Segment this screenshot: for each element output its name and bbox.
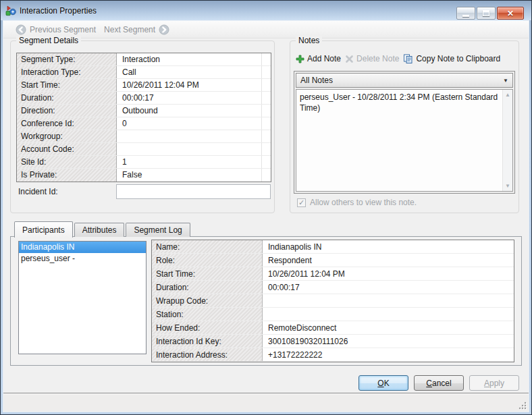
segment-detail-row: Direction: Outbound [17,105,271,117]
participant-detail-label: Wrapup Code: [152,294,263,307]
add-note-label: Add Note [307,54,341,63]
allow-others-checkbox[interactable]: ✓ [297,198,306,207]
copy-icon [403,54,413,63]
dropdown-arrow-icon: ▼ [503,78,508,84]
next-segment-button[interactable]: Next Segment [104,24,169,35]
copy-note-button[interactable]: Copy Note to Clipboard [403,54,500,63]
segment-navigation-toolbar: Previous Segment Next Segment [3,21,529,38]
participants-list: Indianapolis IN perseus_user - [18,241,147,354]
segment-detail-spacer [261,66,271,78]
participant-detail-row: Name: Indianapolis IN [152,240,514,254]
ok-label: OK [377,379,389,388]
segment-detail-row: Site Id: 1 [17,156,271,169]
participant-detail-label: Interaction Address: [152,348,263,361]
resize-grip[interactable] [518,402,527,410]
maximize-button[interactable] [477,7,496,20]
next-arrow-icon [159,24,169,35]
caption-buttons: ✕ [456,7,524,20]
participant-detail-value: RemoteDisconnect [263,321,514,334]
note-scrollbar[interactable]: ▲ ▼ [502,90,512,191]
segment-details-title: Segment Details [16,36,81,45]
allow-others-row: ✓ Allow others to view this note. [297,198,417,207]
dialog-client-area: Previous Segment Next Segment Segment De… [3,21,529,412]
next-segment-label: Next Segment [104,25,155,34]
segment-detail-label: Account Code: [17,143,117,155]
maximize-icon [483,10,489,16]
segment-detail-label: Direction: [17,105,117,117]
participant-detail-row: Station: [152,308,514,321]
participant-detail-row: Wrapup Code: [152,294,514,308]
segment-detail-spacer [261,53,271,65]
segment-detail-value: 10/26/2011 12:04 PM [117,79,261,91]
participant-detail-value: Indianapolis IN [263,240,514,253]
segment-detail-label: Site Id: [17,156,117,168]
segment-detail-row: Segment Type: Interaction [17,53,271,66]
segment-detail-spacer [261,79,271,91]
segment-detail-value: 0 [117,117,261,130]
minimize-button[interactable] [456,7,475,20]
participant-detail-label: Station: [152,308,263,321]
apply-label: Apply [484,379,504,388]
scroll-down-icon[interactable]: ▼ [503,181,512,191]
cancel-label: Cancel [426,379,451,388]
segment-detail-value: 1 [117,156,261,168]
segment-detail-value: Outbound [117,105,261,117]
close-icon: ✕ [507,9,514,18]
status-bar [3,393,529,412]
tab-label: Attributes [82,225,117,235]
previous-arrow-icon [16,24,26,35]
notes-filter-dropdown[interactable]: All Notes ▼ [296,73,513,88]
note-text: perseus_User - 10/28/2011 2:34 PM (Easte… [296,90,502,191]
tab[interactable]: Segment Log [126,223,190,237]
delete-icon [345,55,354,63]
participant-list-item[interactable]: perseus_user - [19,253,146,265]
incident-id-label: Incident Id: [18,187,116,196]
participant-detail-row: Interaction Id Key: 300108190320111026 [152,335,514,348]
copy-note-label: Copy Note to Clipboard [416,54,500,63]
cancel-button[interactable]: Cancel [414,375,464,391]
segment-detail-spacer [261,92,271,104]
tab[interactable]: Attributes [74,223,125,237]
notes-toolbar: Add Note Delete Note Copy Note to Clipbo… [296,52,516,65]
apply-button[interactable]: Apply [469,375,519,391]
participant-detail-label: How Ended: [152,321,263,334]
delete-note-button[interactable]: Delete Note [345,54,399,63]
participant-detail-row: How Ended: RemoteDisconnect [152,321,514,335]
segment-detail-spacer [261,130,271,142]
participant-detail-label: Interaction Id Key: [152,335,263,348]
scroll-up-icon[interactable]: ▲ [503,90,512,100]
segment-detail-value: Interaction [117,53,261,65]
tab-strip: Participants Attributes Segment Log [14,221,192,237]
participant-detail-label: Name: [152,240,263,253]
participant-details-table: Name: Indianapolis IN Role: Respondent S… [151,240,514,362]
delete-note-label: Delete Note [356,54,399,63]
segment-details-group: Segment Details Segment Type: Interactio… [10,40,275,213]
participant-list-item[interactable]: Indianapolis IN [19,242,146,253]
participant-name: Indianapolis IN [21,242,74,252]
participant-detail-label: Start Time: [152,267,263,280]
previous-segment-button[interactable]: Previous Segment [16,24,96,35]
notes-filter-value: All Notes [300,76,503,85]
segment-detail-row: Is Private: False [17,169,271,182]
minimize-icon [462,15,469,17]
ok-button[interactable]: OK [358,375,408,391]
tab-label: Participants [22,225,65,235]
participant-detail-row: Start Time: 10/26/2011 12:04 PM [152,267,514,281]
participant-detail-value: Respondent [263,254,514,267]
interaction-properties-window: Interaction Properties ✕ Previous Segmen… [0,0,532,415]
segment-detail-row: Interaction Type: Call [17,66,271,79]
participant-detail-label: Role: [152,254,263,267]
segment-detail-spacer [261,169,271,182]
segment-detail-value [117,143,261,155]
close-button[interactable]: ✕ [497,7,524,20]
participant-detail-value [263,294,514,307]
tab[interactable]: Participants [14,221,73,238]
notes-group: Notes Add Note Delete Note [290,40,519,213]
incident-id-input[interactable] [116,184,271,199]
note-text-area[interactable]: perseus_User - 10/28/2011 2:34 PM (Easte… [296,89,513,192]
title-bar[interactable]: Interaction Properties ✕ [1,1,531,20]
add-icon [296,55,304,63]
segment-detail-spacer [261,105,271,117]
add-note-button[interactable]: Add Note [296,54,341,63]
segment-detail-spacer [261,117,271,130]
